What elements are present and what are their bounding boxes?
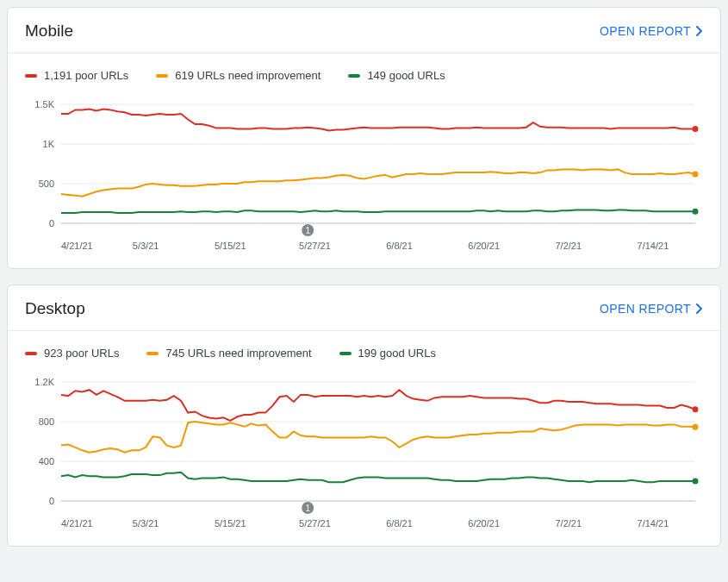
mobile-series-good-endpoint (693, 209, 699, 215)
mobile-card: MobileOPEN REPORT1,191 poor URLs619 URLs… (7, 7, 721, 269)
x-tick-label: 7/2/21 (556, 241, 582, 251)
mobile-series-good (61, 210, 695, 213)
desktop-series-poor-endpoint (693, 406, 699, 412)
mobile-chart: 05001K1.5K14/21/215/3/215/15/215/27/216/… (8, 87, 720, 268)
x-tick-label: 6/8/21 (386, 518, 413, 529)
mobile-open-report-link[interactable]: OPEN REPORT (600, 24, 703, 38)
legend-label: 745 URLs need improvement (165, 347, 311, 360)
x-tick-label: 7/14/21 (638, 518, 669, 529)
y-tick-label: 1K (43, 139, 55, 149)
x-tick-label: 6/8/21 (386, 241, 413, 251)
desktop-legend-item-good[interactable]: 199 good URLs (339, 347, 436, 360)
desktop-card-header: DesktopOPEN REPORT (8, 285, 720, 331)
desktop-series-need (61, 422, 695, 453)
desktop-card: DesktopOPEN REPORT923 poor URLs745 URLs … (7, 285, 721, 547)
mobile-legend-item-good[interactable]: 149 good URLs (348, 69, 445, 82)
x-tick-label: 5/15/21 (215, 241, 246, 251)
y-tick-label: 800 (39, 416, 54, 427)
chevron-right-icon (696, 304, 703, 314)
desktop-annotation-label: 1 (305, 504, 310, 513)
x-tick-label: 5/27/21 (299, 518, 331, 529)
open-report-label: OPEN REPORT (600, 24, 691, 38)
legend-label: 619 URLs need improvement (175, 69, 320, 82)
y-tick-label: 1.2K (34, 377, 54, 387)
desktop-open-report-link[interactable]: OPEN REPORT (600, 302, 703, 316)
x-tick-label: 5/3/21 (133, 241, 159, 251)
x-tick-label: 7/14/21 (638, 241, 669, 251)
legend-label: 1,191 poor URLs (44, 69, 128, 82)
mobile-chart-svg: 05001K1.5K14/21/215/3/215/15/215/27/216/… (25, 89, 706, 260)
desktop-chart: 04008001.2K14/21/215/3/215/15/215/27/216… (8, 365, 720, 546)
mobile-legend-item-poor[interactable]: 1,191 poor URLs (25, 69, 128, 82)
mobile-annotation-label: 1 (305, 226, 310, 235)
legend-swatch (25, 74, 37, 78)
x-tick-label: 5/15/21 (215, 518, 246, 529)
desktop-card-title: Desktop (25, 299, 85, 318)
desktop-series-poor (61, 390, 695, 421)
mobile-series-need-endpoint (693, 172, 699, 178)
y-tick-label: 500 (39, 178, 54, 189)
open-report-label: OPEN REPORT (600, 302, 691, 316)
x-tick-label: 4/21/21 (61, 518, 93, 529)
mobile-legend-item-need[interactable]: 619 URLs need improvement (156, 69, 320, 82)
desktop-series-need-endpoint (693, 424, 699, 430)
x-tick-label: 5/27/21 (299, 241, 331, 251)
legend-swatch (348, 74, 360, 78)
x-tick-label: 6/20/21 (468, 518, 500, 529)
x-tick-label: 5/3/21 (133, 518, 159, 529)
legend-label: 149 good URLs (367, 69, 445, 82)
desktop-series-good-endpoint (693, 479, 699, 485)
legend-swatch (25, 352, 37, 355)
legend-label: 199 good URLs (358, 347, 436, 360)
y-tick-label: 1.5K (34, 99, 54, 110)
desktop-chart-svg: 04008001.2K14/21/215/3/215/15/215/27/216… (25, 366, 706, 537)
mobile-card-header: MobileOPEN REPORT (8, 8, 720, 53)
x-tick-label: 6/20/21 (468, 241, 500, 251)
mobile-series-need (61, 169, 695, 196)
legend-label: 923 poor URLs (44, 347, 119, 360)
mobile-series-poor (61, 110, 695, 131)
y-tick-label: 0 (49, 496, 54, 506)
desktop-legend: 923 poor URLs745 URLs need improvement19… (8, 331, 720, 365)
x-tick-label: 7/2/21 (556, 518, 582, 529)
y-tick-label: 0 (49, 218, 54, 228)
legend-swatch (146, 352, 159, 355)
y-tick-label: 400 (39, 456, 54, 466)
desktop-series-good (61, 472, 695, 483)
mobile-series-poor-endpoint (693, 126, 699, 132)
desktop-legend-item-poor[interactable]: 923 poor URLs (25, 347, 119, 360)
legend-swatch (156, 74, 168, 78)
mobile-legend: 1,191 poor URLs619 URLs need improvement… (8, 53, 720, 87)
x-tick-label: 4/21/21 (61, 241, 93, 251)
mobile-card-title: Mobile (25, 22, 73, 41)
legend-swatch (339, 352, 352, 355)
chevron-right-icon (696, 26, 703, 36)
desktop-legend-item-need[interactable]: 745 URLs need improvement (146, 347, 311, 360)
